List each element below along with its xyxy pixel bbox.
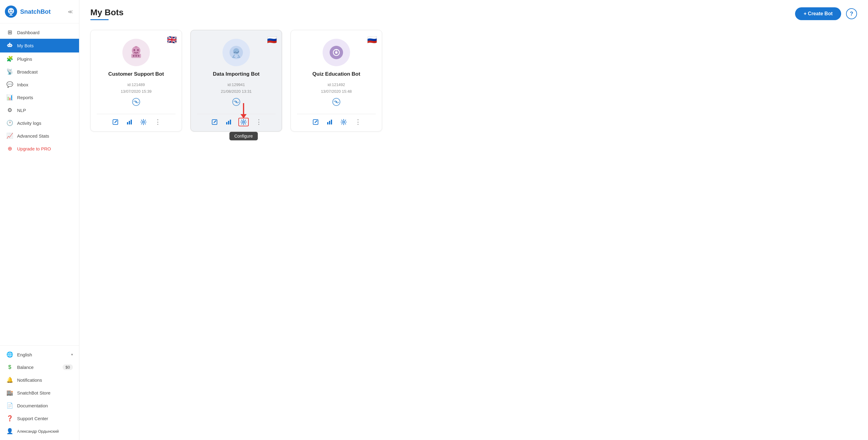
main-content: My Bots + Create Bot ? 🇬🇧 bbox=[79, 0, 868, 440]
bot3-meta: id:121492 13/07/2020 15:48 bbox=[321, 82, 351, 95]
bot1-edit-button[interactable] bbox=[111, 118, 120, 126]
svg-point-2 bbox=[11, 10, 13, 11]
svg-point-36 bbox=[243, 121, 245, 123]
bot-cards-section: 🇬🇧 Customer Support Bot id:121489 13/0 bbox=[79, 20, 868, 141]
svg-point-6 bbox=[8, 45, 9, 46]
sidebar-item-my-bots[interactable]: My Bots bbox=[0, 39, 79, 53]
svg-point-39 bbox=[335, 51, 338, 54]
svg-rect-35 bbox=[230, 120, 231, 125]
sidebar-bottom: 🌐 English ▾ $ Balance $0 🔔 Notifications… bbox=[0, 345, 79, 440]
bot1-divider bbox=[97, 114, 176, 114]
sidebar-item-broadcast[interactable]: 📡 Broadcast bbox=[0, 65, 79, 78]
svg-point-25 bbox=[143, 121, 144, 123]
svg-point-31 bbox=[235, 101, 237, 103]
svg-point-17 bbox=[135, 55, 137, 57]
sidebar-item-upgrade[interactable]: ⊕ Upgrade to PRO bbox=[0, 142, 79, 155]
bot3-stats-button[interactable] bbox=[326, 118, 334, 126]
svg-point-13 bbox=[137, 50, 139, 51]
reports-icon: 📊 bbox=[6, 94, 13, 101]
svg-point-7 bbox=[10, 45, 11, 46]
store-icon: 🏬 bbox=[6, 389, 13, 396]
bot-card-3[interactable]: 🇷🇺 Quiz Education Bot id:121492 13/07/20… bbox=[290, 30, 382, 131]
bot2-stats-button[interactable] bbox=[224, 118, 233, 126]
sidebar-item-activity-logs[interactable]: 🕐 Activity logs bbox=[0, 117, 79, 129]
svg-rect-44 bbox=[327, 122, 329, 125]
svg-point-40 bbox=[336, 50, 337, 51]
arrow-head bbox=[241, 114, 247, 118]
sidebar-item-user[interactable]: 👤 Александр Ордынский bbox=[0, 425, 79, 438]
logo-text: SnatchBot bbox=[20, 8, 51, 15]
bot3-name: Quiz Education Bot bbox=[313, 71, 361, 77]
sidebar-item-balance[interactable]: $ Balance $0 bbox=[0, 361, 79, 374]
bot2-meta: id:129941 21/08/2020 13:31 bbox=[221, 82, 251, 95]
sidebar-item-plugins[interactable]: 🧩 Plugins bbox=[0, 53, 79, 65]
upgrade-icon: ⊕ bbox=[6, 145, 13, 152]
sidebar-item-dashboard[interactable]: ⊞ Dashboard bbox=[0, 26, 79, 39]
help-button[interactable]: ? bbox=[846, 8, 857, 19]
bot3-more-button[interactable]: ⋮ bbox=[355, 118, 361, 126]
bot3-actions: ⋮ bbox=[297, 118, 376, 126]
bot2-icon-wrap bbox=[222, 39, 250, 66]
sidebar-item-reports[interactable]: 📊 Reports bbox=[0, 91, 79, 104]
collapse-icon[interactable]: ≪ bbox=[66, 8, 74, 16]
bot1-meta: id:121489 13/07/2020 15:39 bbox=[121, 82, 151, 95]
svg-rect-24 bbox=[131, 120, 132, 125]
balance-badge: $0 bbox=[63, 364, 73, 370]
bot2-name: Data Importing Bot bbox=[213, 71, 260, 77]
bot1-name: Customer Support Bot bbox=[108, 71, 164, 77]
svg-rect-33 bbox=[226, 122, 227, 125]
svg-rect-14 bbox=[135, 46, 137, 48]
sidebar-item-nlp[interactable]: ⚙ NLP bbox=[0, 104, 79, 117]
svg-point-16 bbox=[133, 55, 134, 57]
svg-point-11 bbox=[132, 46, 141, 55]
bot1-more-button[interactable]: ⋮ bbox=[154, 118, 161, 126]
arrow-shaft bbox=[243, 103, 244, 114]
bot2-channel-icon bbox=[232, 98, 240, 108]
bot2-configure-button[interactable] bbox=[238, 118, 249, 126]
bot3-flag: 🇷🇺 bbox=[367, 35, 377, 44]
configure-tooltip: Configure bbox=[229, 132, 258, 140]
my-bots-icon bbox=[6, 42, 13, 50]
bot3-configure-button[interactable] bbox=[339, 118, 348, 126]
page-title-wrap: My Bots bbox=[90, 8, 124, 20]
sidebar-item-advanced-stats[interactable]: 📈 Advanced Stats bbox=[0, 129, 79, 142]
sidebar-item-documentation[interactable]: 📄 Documentation bbox=[0, 399, 79, 412]
svg-rect-45 bbox=[329, 121, 330, 125]
bot1-stats-button[interactable] bbox=[125, 118, 134, 126]
bot-card-1[interactable]: 🇬🇧 Customer Support Bot id:121489 13/0 bbox=[90, 30, 182, 131]
sidebar-item-language[interactable]: 🌐 English ▾ bbox=[0, 348, 79, 361]
support-icon: ❓ bbox=[6, 415, 13, 422]
svg-rect-5 bbox=[8, 44, 12, 47]
language-icon: 🌐 bbox=[6, 351, 13, 358]
bot2-edit-button[interactable] bbox=[210, 118, 219, 126]
balance-icon: $ bbox=[6, 364, 13, 371]
sidebar-item-inbox[interactable]: 💬 Inbox bbox=[0, 78, 79, 91]
header-actions: + Create Bot ? bbox=[795, 7, 857, 20]
create-bot-button[interactable]: + Create Bot bbox=[795, 7, 841, 20]
sidebar-item-store[interactable]: 🏬 SnatchBot Store bbox=[0, 386, 79, 399]
sidebar: SnatchBot ≪ ⊞ Dashboard My Bots bbox=[0, 0, 79, 440]
page-title: My Bots bbox=[90, 8, 124, 18]
sidebar-item-notifications[interactable]: 🔔 Notifications bbox=[0, 374, 79, 386]
language-dropdown-arrow: ▾ bbox=[71, 352, 73, 357]
notifications-icon: 🔔 bbox=[6, 377, 13, 383]
svg-rect-46 bbox=[331, 120, 332, 125]
svg-point-1 bbox=[9, 10, 10, 11]
advanced-stats-icon: 📈 bbox=[6, 132, 13, 139]
bot-card-2[interactable]: 🇷🇺 Data Importing Bot id:129941 21/08/20… bbox=[190, 30, 282, 131]
inbox-icon: 💬 bbox=[6, 81, 13, 88]
bot2-more-button[interactable]: ⋮ bbox=[255, 118, 262, 126]
plugins-icon: 🧩 bbox=[6, 56, 13, 62]
bot3-divider bbox=[297, 114, 376, 114]
configure-arrow-annotation bbox=[241, 103, 247, 118]
svg-rect-9 bbox=[7, 45, 8, 46]
svg-point-42 bbox=[335, 101, 337, 103]
bot2-actions: Configure ⋮ bbox=[197, 118, 276, 126]
logo-icon bbox=[5, 5, 17, 18]
bot1-icon-wrap bbox=[122, 39, 150, 66]
svg-rect-10 bbox=[12, 45, 12, 46]
bot1-configure-button[interactable] bbox=[139, 118, 148, 126]
sidebar-item-support[interactable]: ❓ Support Center bbox=[0, 412, 79, 425]
bot3-edit-button[interactable] bbox=[311, 118, 320, 126]
svg-rect-8 bbox=[9, 43, 10, 44]
